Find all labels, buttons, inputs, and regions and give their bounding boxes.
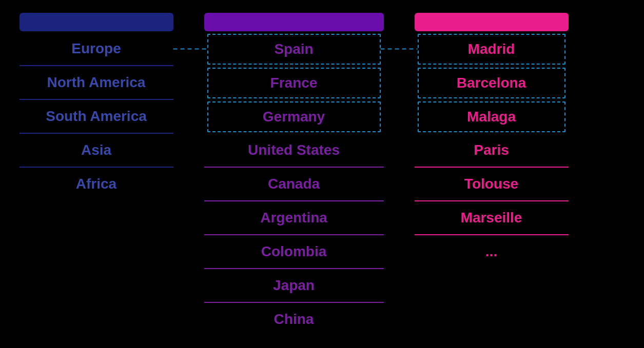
countries-list: SpainFranceGermanyUnited StatesCanadaArg… — [204, 32, 384, 336]
list-item: Canada — [204, 168, 384, 201]
list-item: Malaga — [418, 101, 565, 132]
list-item: Madrid — [418, 34, 565, 65]
list-item: Spain — [207, 34, 381, 65]
countries-header — [204, 13, 384, 31]
list-item: Africa — [19, 168, 173, 200]
continents-list: EuropeNorth AmericaSouth AmericaAsiaAfri… — [19, 32, 173, 200]
countries-column: SpainFranceGermanyUnited StatesCanadaArg… — [204, 13, 384, 336]
list-item: Marseille — [415, 201, 569, 235]
list-item: Argentina — [204, 201, 384, 235]
list-item: Europe — [19, 32, 173, 66]
list-item: Asia — [19, 134, 173, 168]
list-item: South America — [19, 100, 173, 134]
cities-header — [415, 13, 569, 31]
continents-header — [19, 13, 173, 31]
list-item: Colombia — [204, 235, 384, 269]
cities-column: MadridBarcelonaMalagaParisTolouseMarseil… — [415, 13, 569, 268]
list-item: Japan — [204, 269, 384, 303]
list-item: France — [207, 68, 381, 98]
cities-list: MadridBarcelonaMalagaParisTolouseMarseil… — [415, 32, 569, 268]
list-item: ... — [415, 235, 569, 268]
list-item: China — [204, 303, 384, 336]
continents-column: EuropeNorth AmericaSouth AmericaAsiaAfri… — [19, 13, 173, 200]
main-layout: EuropeNorth AmericaSouth AmericaAsiaAfri… — [14, 3, 630, 346]
list-item: Barcelona — [418, 68, 565, 98]
list-item: United States — [204, 134, 384, 168]
list-item: Tolouse — [415, 168, 569, 201]
list-item: Paris — [415, 134, 569, 168]
list-item: North America — [19, 66, 173, 100]
list-item: Germany — [207, 101, 381, 132]
